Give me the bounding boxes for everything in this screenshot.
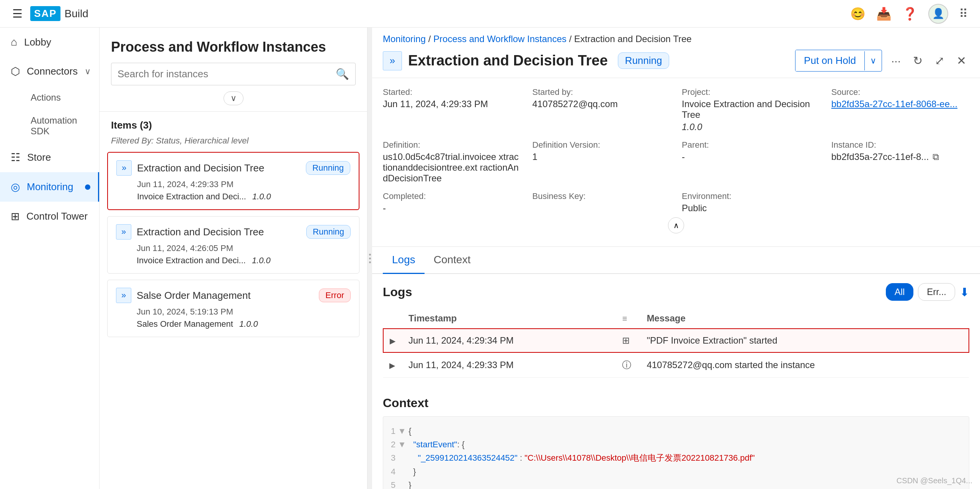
close-button[interactable]: ✕ [954, 51, 969, 70]
sidebar-label-connectors: Connectors [27, 65, 78, 77]
project-value: Invoice Extraction and Decision Tree [682, 99, 820, 120]
header-right: 😊 📥 ❓ 👤 ⠿ [850, 4, 968, 24]
col-timestamp: Timestamp [402, 308, 616, 329]
collapse-button[interactable]: ∧ [668, 217, 684, 233]
detail-title-left: » Extraction and Decision Tree Running [383, 51, 669, 70]
card2-name-row: » Extraction and Decision Tree [116, 224, 264, 240]
filter-col-icon[interactable]: ≡ [622, 314, 627, 323]
info-environment: Environment: Public [682, 191, 820, 214]
card3-name-row: » Salse Order Management [116, 288, 251, 303]
resize-dot [369, 261, 371, 263]
items-count: Items (3) [100, 112, 367, 134]
instances-title: Process and Workflow Instances [111, 39, 356, 55]
copy-icon[interactable]: ⧉ [933, 152, 939, 162]
filter-err-button[interactable]: Err... [918, 283, 955, 301]
info-parent: Parent: - [682, 140, 820, 184]
detail-status-badge: Running [618, 52, 670, 69]
log-row-2[interactable]: ▶ Jun 11, 2024, 4:29:33 PM ⓘ 410785272@q… [383, 352, 969, 378]
sidebar-label-lobby: Lobby [24, 36, 51, 48]
card2-status-badge: Running [306, 225, 351, 239]
info-completed: Completed: - [383, 191, 521, 214]
filter-all-button[interactable]: All [886, 283, 914, 301]
avatar[interactable]: 👤 [928, 4, 948, 24]
detail-info: Started: Jun 11, 2024, 4:29:33 PM Starte… [372, 78, 980, 247]
card1-top: » Extraction and Decision Tree Running [116, 160, 350, 176]
card1-title: Extraction and Decision Tree [137, 162, 264, 174]
main-layout: ⌂ Lobby ⬡ Connectors ∨ Actions Automatio… [0, 28, 980, 489]
source-value[interactable]: bb2fd35a-27cc-11ef-8068-ee... [831, 99, 970, 109]
log1-expand-icon[interactable]: ▶ [390, 337, 395, 345]
refresh-button[interactable]: ↻ [910, 51, 926, 70]
started-label: Started: [383, 87, 521, 97]
sidebar-item-actions[interactable]: Actions [0, 86, 99, 109]
tab-context[interactable]: Context [425, 247, 480, 274]
code-line-1: 1 ▼ { [391, 424, 961, 438]
search-icon[interactable]: 🔍 [336, 68, 349, 80]
hold-btn-arrow[interactable]: ∨ [864, 51, 882, 70]
sidebar-item-monitoring[interactable]: ◎ Monitoring [0, 172, 99, 202]
card1-date: Jun 11, 2024, 4:29:33 PM [116, 179, 350, 189]
log1-message: "PDF Invoice Extraction" started [640, 329, 969, 352]
sidebar-item-connectors[interactable]: ⬡ Connectors ∨ [0, 57, 99, 86]
watermark: CSDN @Seels_1Q4... [897, 476, 972, 485]
sap-logo-box: SAP [30, 6, 60, 21]
info-instance-id: Instance ID: bb2fd35a-27cc-11ef-8... ⧉ [831, 140, 970, 184]
completed-value: - [383, 203, 521, 214]
hamburger-icon[interactable]: ☰ [12, 7, 23, 20]
logs-download-icon[interactable]: ⬇ [960, 285, 969, 299]
breadcrumb-monitoring[interactable]: Monitoring [383, 34, 426, 44]
started-by-label: Started by: [532, 87, 671, 97]
notifications-icon[interactable]: 😊 [850, 7, 866, 21]
environment-label: Environment: [682, 191, 820, 201]
source-label: Source: [831, 87, 970, 97]
context-title: Context [383, 396, 969, 410]
detail-title: Extraction and Decision Tree [408, 52, 608, 69]
card2-icon: » [116, 224, 131, 240]
breadcrumb-instances[interactable]: Process and Workflow Instances [433, 34, 567, 44]
sidebar-item-automation-sdk[interactable]: Automation SDK [0, 109, 99, 143]
sidebar-item-control-tower[interactable]: ⊞ Control Tower [0, 202, 99, 231]
more-options-button[interactable]: ··· [888, 51, 904, 70]
card1-name-row: » Extraction and Decision Tree [116, 160, 264, 176]
content-area: Process and Workflow Instances 🔍 ∨ Items… [100, 28, 980, 489]
search-input[interactable] [118, 68, 331, 80]
resize-handle[interactable] [368, 28, 372, 489]
info-business-key: Business Key: [532, 191, 671, 214]
sidebar-item-lobby[interactable]: ⌂ Lobby [0, 28, 99, 57]
instance-card-2[interactable]: » Extraction and Decision Tree Running J… [107, 216, 359, 274]
sidebar-label-monitoring: Monitoring [27, 181, 73, 193]
hold-btn-label[interactable]: Put on Hold [795, 50, 864, 71]
instance-card-1[interactable]: » Extraction and Decision Tree Running J… [107, 152, 359, 210]
code-line-5: 5 } [391, 478, 961, 489]
sidebar-label-store: Store [27, 152, 51, 163]
sidebar-item-store[interactable]: ☷ Store [0, 143, 99, 172]
card3-project: Sales Order Management [137, 319, 233, 329]
fullscreen-button[interactable]: ⤢ [932, 51, 947, 70]
log-row-1[interactable]: ▶ Jun 11, 2024, 4:29:34 PM ⊞ "PDF Invoic… [383, 329, 969, 352]
context-section: Context 1 ▼ { 2 ▼ "startEvent": { 3 "_25… [372, 387, 980, 489]
project-label: Project: [682, 87, 820, 97]
log1-type-icon: ⊞ [622, 335, 630, 346]
breadcrumb-sep1: / [428, 34, 433, 44]
sidebar-label-control-tower: Control Tower [26, 210, 88, 222]
log2-message: 410785272@qq.com started the instance [640, 352, 969, 378]
app-grid-icon[interactable]: ⠿ [959, 7, 968, 21]
filter-toggle-button[interactable]: ∨ [224, 91, 243, 105]
download-icon[interactable]: 📥 [876, 7, 892, 21]
resize-dot [369, 258, 371, 259]
info-definition-version: Definition Version: 1 [532, 140, 671, 184]
help-icon[interactable]: ❓ [902, 7, 918, 21]
log1-timestamp: Jun 11, 2024, 4:29:34 PM [402, 329, 616, 352]
sidebar-label-automation-sdk: Automation SDK [31, 115, 88, 137]
put-on-hold-button[interactable]: Put on Hold ∨ [795, 50, 882, 72]
card3-top: » Salse Order Management Error [116, 288, 351, 303]
instance-card-3[interactable]: » Salse Order Management Error Jun 10, 2… [107, 280, 359, 337]
tab-logs[interactable]: Logs [383, 247, 425, 274]
definition-version-value: 1 [532, 152, 671, 162]
app-name: Build [64, 8, 88, 20]
code-line-2: 2 ▼ "startEvent": { [391, 438, 961, 451]
log2-expand-icon[interactable]: ▶ [389, 361, 395, 370]
instance-id-value: bb2fd35a-27cc-11ef-8... [831, 152, 929, 162]
header-left: ☰ SAP Build [12, 6, 88, 21]
card3-title: Salse Order Management [137, 290, 251, 302]
